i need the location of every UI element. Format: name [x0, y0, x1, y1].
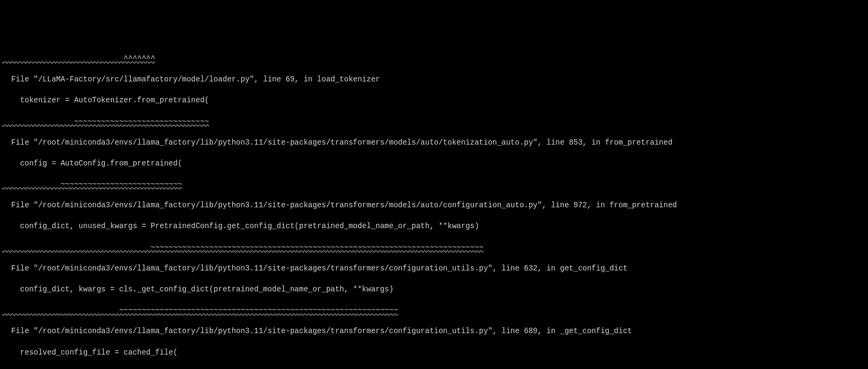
- traceback-file-line: File "/LLaMA-Factory/src/llamafactory/mo…: [2, 74, 866, 85]
- traceback-underline: ~~~~~~~~~~~~~~~~~~~~~~~~~~~~~~~~~~~~~~~~…: [2, 305, 866, 316]
- traceback-underline: ~~~~~~~~~~~~~~~~~~~~~~~~~~~: [2, 179, 866, 190]
- traceback-code-line: tokenizer = AutoTokenizer.from_pretraine…: [2, 95, 866, 106]
- traceback-code-line: config = AutoConfig.from_pretrained(: [2, 159, 866, 169]
- terminal-output[interactable]: ^^^^^^^ File "/LLaMA-Factory/src/llamafa…: [2, 43, 866, 369]
- traceback-file-line: File "/root/miniconda3/envs/llama_factor…: [2, 326, 866, 337]
- traceback-code-line: config_dict, unused_kwargs = PretrainedC…: [2, 221, 866, 232]
- traceback-file-line: File "/root/miniconda3/envs/llama_factor…: [2, 200, 866, 211]
- traceback-code-line: resolved_config_file = cached_file(: [2, 348, 866, 358]
- traceback-underline: ~~~~~~~~~~~~~~~~~~~~~~~~~~~~~~: [2, 117, 866, 127]
- traceback-underline: ^^^^^^^: [2, 54, 866, 64]
- traceback-underline: ~~~~~~~~~~~~~~~~~~~~~~~~~~~~~~~~~~~~~~~~…: [2, 243, 866, 253]
- traceback-file-line: File "/root/miniconda3/envs/llama_factor…: [2, 263, 866, 274]
- traceback-code-line: config_dict, kwargs = cls._get_config_di…: [2, 284, 866, 295]
- traceback-file-line: File "/root/miniconda3/envs/llama_factor…: [2, 138, 866, 148]
